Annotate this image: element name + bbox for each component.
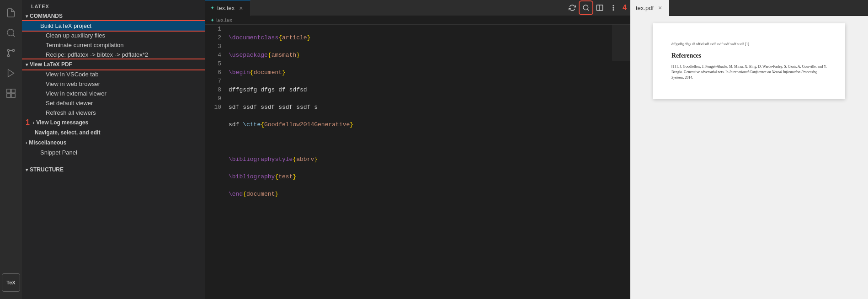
svg-point-0 <box>7 29 14 36</box>
pdf-tab-bar: tex.pdf × <box>630 0 868 16</box>
build-latex-item[interactable]: Build LaTeX project <box>22 21 205 31</box>
svg-marker-5 <box>8 69 14 77</box>
pdf-page: dffgsdfg dfgs df sdfsd sdf ssdf ssdf ssd… <box>653 23 845 99</box>
source-control-icon[interactable] <box>2 44 20 62</box>
pdf-references: References [1] I. J. Goodfellow, J. Poug… <box>671 51 827 80</box>
line-numbers: 1 2 3 4 5 6 7 8 9 10 <box>205 25 227 299</box>
activity-bar: TeX <box>0 0 22 299</box>
pdf-ref-entry: [1] I. J. Goodfellow, J. Pouget-Abadie, … <box>671 64 827 80</box>
minimap <box>607 25 630 299</box>
editor-tab-bar: ✦ tex.tex × <box>205 0 630 16</box>
commands-chevron-icon: ▾ <box>26 14 28 19</box>
search-editor-button[interactable] <box>580 1 592 14</box>
svg-point-16 <box>613 10 614 11</box>
navigate-select-edit-header[interactable]: Navigate, select, and edit <box>22 128 205 138</box>
tab-tex-tex[interactable]: ✦ tex.tex × <box>205 0 250 16</box>
run-debug-icon[interactable] <box>2 64 20 82</box>
breadcrumb: ✦ tex.tex <box>205 16 630 25</box>
svg-line-1 <box>13 35 15 37</box>
sidebar: LATEX ▾ COMMANDS Build LaTeX project 2 C… <box>22 0 205 299</box>
recipe-item[interactable]: Recipe: pdflatex -> bibtex -> pdflatex*2 <box>22 50 205 59</box>
annotation-4: 4 <box>623 4 627 12</box>
structure-section-header[interactable]: ▾ STRUCTURE <box>22 165 205 175</box>
code-editor[interactable]: \documentclass{article} \usepackage{amsm… <box>227 25 607 299</box>
pdf-text-line: dffgsdfg dfgs df sdfsd sdf ssdf ssdf ssd… <box>671 42 827 47</box>
view-vscode-tab-item[interactable]: View in VSCode tab <box>22 69 205 79</box>
svg-point-10 <box>583 5 588 10</box>
view-external-viewer-item[interactable]: View in external viewer <box>22 89 205 98</box>
pdf-tab-close-button[interactable]: × <box>656 3 664 12</box>
svg-point-4 <box>7 54 10 57</box>
svg-line-11 <box>587 9 589 11</box>
files-icon[interactable] <box>2 4 20 22</box>
svg-point-2 <box>7 49 10 52</box>
tab-close-button[interactable]: × <box>237 4 245 13</box>
annotation-1: 1 <box>26 118 30 127</box>
pdf-content[interactable]: dffgsdfg dfgs df sdfsd sdf ssdf ssdf ssd… <box>630 16 868 299</box>
breadcrumb-text: tex.tex <box>216 17 232 23</box>
set-default-viewer-item[interactable]: Set default viewer <box>22 98 205 108</box>
sync-button[interactable] <box>566 1 579 14</box>
miscellaneous-label: Miscellaneous <box>29 139 66 146</box>
view-log-messages-header[interactable]: › View Log messages <box>22 117 205 128</box>
sidebar-title: LATEX <box>22 0 205 11</box>
view-latex-pdf-header[interactable]: ▾ View LaTeX PDF <box>22 59 205 69</box>
more-actions-button[interactable] <box>607 1 620 14</box>
search-icon[interactable] <box>2 24 20 42</box>
extensions-icon[interactable] <box>2 84 20 102</box>
svg-point-14 <box>613 5 614 6</box>
misc-chevron-icon: › <box>26 140 27 145</box>
breadcrumb-file-icon: ✦ <box>210 17 214 23</box>
snippet-panel-item[interactable]: Snippet Panel <box>22 148 205 157</box>
svg-rect-6 <box>7 89 11 93</box>
svg-point-3 <box>12 49 15 52</box>
split-editor-button[interactable] <box>593 1 606 14</box>
svg-rect-8 <box>7 94 11 97</box>
editor-area: ✦ tex.tex × <box>205 0 630 299</box>
pdf-references-title: References <box>671 51 827 60</box>
refresh-all-viewers-item[interactable]: Refresh all viewers <box>22 108 205 117</box>
pdf-tab-label: tex.pdf <box>636 5 654 11</box>
navigate-select-edit-label: Navigate, select, and edit <box>35 129 100 136</box>
svg-rect-9 <box>11 94 15 97</box>
tab-tex-pdf[interactable]: tex.pdf × <box>630 0 669 16</box>
svg-rect-7 <box>11 89 15 93</box>
tex-workshop-icon[interactable]: TeX <box>2 273 20 292</box>
view-log-messages-label: View Log messages <box>36 119 88 126</box>
miscellaneous-header[interactable]: › Miscellaneous <box>22 138 205 148</box>
view-web-browser-item[interactable]: View in web browser <box>22 79 205 89</box>
tex-file-icon: ✦ <box>210 5 214 11</box>
view-log-chevron-icon: › <box>33 120 34 125</box>
view-latex-pdf-label: View LaTeX PDF <box>30 61 72 68</box>
commands-section-label: COMMANDS <box>30 13 63 19</box>
pdf-panel: tex.pdf × dffgsdfg dfgs df sdfsd sdf ssd… <box>630 0 868 299</box>
cleanup-aux-item[interactable]: Clean up auxiliary files <box>22 31 205 40</box>
editor-toolbar: 4 <box>566 1 630 14</box>
structure-chevron-icon: ▾ <box>26 167 28 172</box>
tab-tex-label: tex.tex <box>217 5 234 11</box>
structure-label: STRUCTURE <box>30 166 64 173</box>
terminate-compilation-item[interactable]: Terminate current compilation <box>22 40 205 50</box>
commands-section-header[interactable]: ▾ COMMANDS <box>22 11 205 21</box>
svg-point-15 <box>613 7 614 8</box>
editor-content: 1 2 3 4 5 6 7 8 9 10 \documentclass{arti… <box>205 25 630 299</box>
view-latex-pdf-chevron-icon: ▾ <box>26 62 28 67</box>
